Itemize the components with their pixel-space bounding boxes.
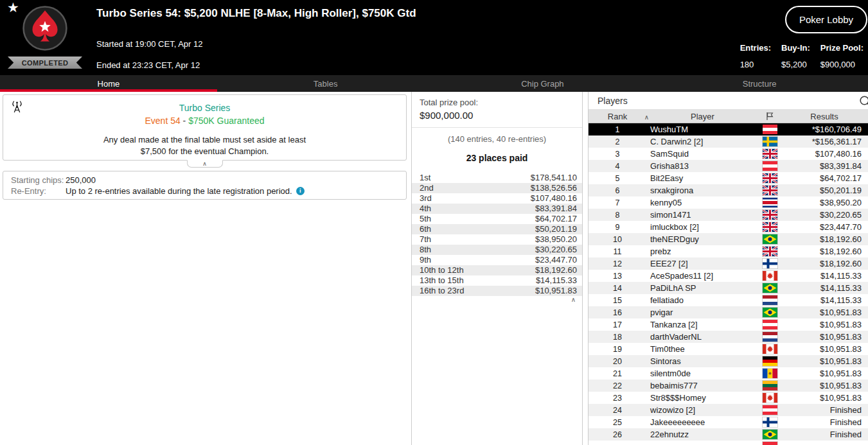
payout-row: 9th$23,447.70	[412, 255, 582, 265]
detail-row: Starting chips:250,000	[3, 175, 406, 186]
tournament-details-box: Starting chips:250,000Re-Entry:Up to 2 r…	[3, 171, 407, 200]
player-result: $14,115.33	[781, 295, 868, 305]
player-row[interactable]	[589, 441, 868, 445]
player-result: Finished	[781, 417, 868, 427]
tab-chip-graph[interactable]: Chip Graph	[434, 75, 651, 92]
end-time: Ended at 23:23 CET, Apr 12	[96, 60, 200, 70]
column-header-player[interactable]: Player	[646, 112, 759, 121]
tab-tables[interactable]: Tables	[217, 75, 434, 92]
player-row[interactable]: 22bebaimis777$10,951.83	[589, 380, 868, 392]
player-rank: 26	[589, 430, 646, 439]
payout-row: 2nd$138,526.56	[412, 183, 582, 193]
player-row[interactable]: 16pvigar$10,951.83	[589, 306, 868, 318]
sort-asc-icon[interactable]: ∧	[644, 114, 649, 121]
tab-home[interactable]: Home	[0, 75, 217, 92]
player-row[interactable]: 21silentm0de$10,951.83	[589, 367, 868, 380]
payout-amount: $30,220.65	[535, 245, 577, 255]
payout-row: 8th$30,220.65	[412, 245, 582, 255]
player-rank: 22	[589, 381, 646, 390]
player-row[interactable]: 18darthVaderNL$10,951.83	[589, 331, 868, 343]
payout-place: 3rd	[420, 193, 432, 204]
tab-structure[interactable]: Structure	[651, 75, 868, 92]
player-name: bebaimis777	[646, 381, 759, 390]
poker-lobby-button[interactable]: Poker Lobby	[785, 6, 867, 33]
player-row[interactable]: 17Tankanza [2]$10,951.83	[589, 318, 868, 331]
player-row[interactable]: 4Grisha813$83,391.84	[589, 160, 868, 172]
event-number: Event 54	[145, 116, 180, 126]
flag-netherlands-icon	[759, 332, 781, 342]
player-name: imluckbox [2]	[646, 222, 759, 232]
player-result: *$156,361.17	[781, 137, 868, 146]
payout-row: 13th to 15th$14,115.33	[412, 275, 582, 286]
player-rank: 18	[589, 333, 646, 342]
payout-amount: $107,480.16	[531, 193, 577, 204]
player-name: SamSquid	[646, 149, 759, 159]
player-result: $10,951.83	[781, 344, 868, 354]
payout-place: 6th	[420, 224, 431, 234]
player-rank: 17	[589, 320, 646, 329]
player-row[interactable]: 12EEE27 [2]$18,192.60	[589, 257, 868, 270]
player-row[interactable]: 8simon1471$30,220.65	[589, 209, 868, 221]
player-row[interactable]: 23Str8$$$Homey$10,951.83	[589, 392, 868, 404]
player-row[interactable]: 20Sintoras$10,951.83	[589, 355, 868, 367]
player-rank: 23	[589, 394, 646, 403]
player-name: theNERDguy	[646, 234, 759, 244]
player-row[interactable]: 14PaDiLhA SP$14,115.33	[589, 282, 868, 294]
player-row[interactable]: 6srxakgirona$50,201.19	[589, 184, 868, 196]
player-rank: 4	[589, 162, 646, 171]
player-row[interactable]: 13AceSpades11 [2]$14,115.33	[589, 270, 868, 282]
payout-amount: $38,950.20	[535, 234, 577, 245]
player-row[interactable]: 25JakeeeeeeeeeFinished	[589, 416, 868, 428]
player-rank: 21	[589, 369, 646, 378]
flag-uk-icon	[759, 149, 781, 159]
column-header-flag[interactable]	[759, 112, 781, 121]
total-prize-pool-value: $900,000.00	[420, 110, 574, 121]
flag-uk-icon	[759, 210, 781, 220]
player-row[interactable]: 9imluckbox [2]$23,447.70	[589, 221, 868, 233]
player-rank: 15	[589, 296, 646, 305]
player-row[interactable]: 2C. Darwin2 [2]*$156,361.17	[589, 135, 868, 148]
column-header-rank[interactable]: Rank∧	[589, 112, 646, 121]
player-row[interactable]: 5Bit2Easy$64,702.17	[589, 172, 868, 184]
player-row[interactable]: 11prebz$18,192.60	[589, 245, 868, 257]
payout-place: 4th	[420, 204, 431, 214]
info-icon[interactable]: i	[296, 187, 305, 195]
player-name: kenny05	[646, 198, 759, 207]
player-rank: 20	[589, 357, 646, 366]
player-row[interactable]: 15fellatiado$14,115.33	[589, 294, 868, 306]
player-name: fellatiado	[646, 295, 759, 305]
prize-panel: Total prize pool: $900,000.00 (140 entri…	[411, 92, 583, 445]
player-row[interactable]: 1WushuTM*$160,706.49	[589, 123, 868, 135]
tab-label: Chip Graph	[521, 79, 563, 89]
flag-uk-icon	[759, 247, 781, 256]
player-row[interactable]: 3SamSquid$107,480.16	[589, 148, 868, 160]
player-row[interactable]: 7kenny05$38,950.20	[589, 196, 868, 209]
player-result: *$160,706.49	[781, 125, 868, 134]
places-paid: 23 places paid	[412, 153, 582, 163]
player-result: Finished	[781, 405, 868, 415]
player-rank: 12	[589, 259, 646, 268]
flag-brazil-icon	[759, 308, 781, 317]
flag-austria-icon	[759, 125, 781, 134]
player-row[interactable]: 2622ehnutzzFinished	[589, 428, 868, 441]
player-row[interactable]: 10theNERDguy$18,192.60	[589, 233, 868, 245]
content: Turbo Series Event 54 - $750K Guaranteed…	[0, 92, 868, 445]
tab-label: Home	[98, 79, 120, 89]
column-header-results[interactable]: Results	[781, 112, 868, 121]
favorite-star-icon[interactable]: ★	[7, 0, 19, 15]
detail-value: Up to 2 re-entries available during the …	[66, 186, 292, 196]
chevron-up-icon: ∧	[202, 161, 207, 167]
flag-austria-icon	[759, 161, 781, 171]
search-icon[interactable]	[859, 95, 868, 110]
flag-germany-icon	[759, 356, 781, 366]
player-result: $14,115.33	[781, 283, 868, 293]
player-name: darthVaderNL	[646, 332, 759, 342]
payout-place: 16th to 23rd	[420, 286, 464, 296]
player-name: Tim0thee	[646, 344, 759, 354]
collapse-info-box-button[interactable]: ∧	[187, 160, 223, 168]
payout-place: 9th	[420, 255, 431, 265]
player-row[interactable]: 19Tim0thee$10,951.83	[589, 343, 868, 355]
collapse-payouts-button[interactable]: ∧	[412, 297, 582, 303]
payout-amount: $50,201.19	[535, 224, 577, 234]
player-row[interactable]: 24wizowizo [2]Finished	[589, 404, 868, 416]
